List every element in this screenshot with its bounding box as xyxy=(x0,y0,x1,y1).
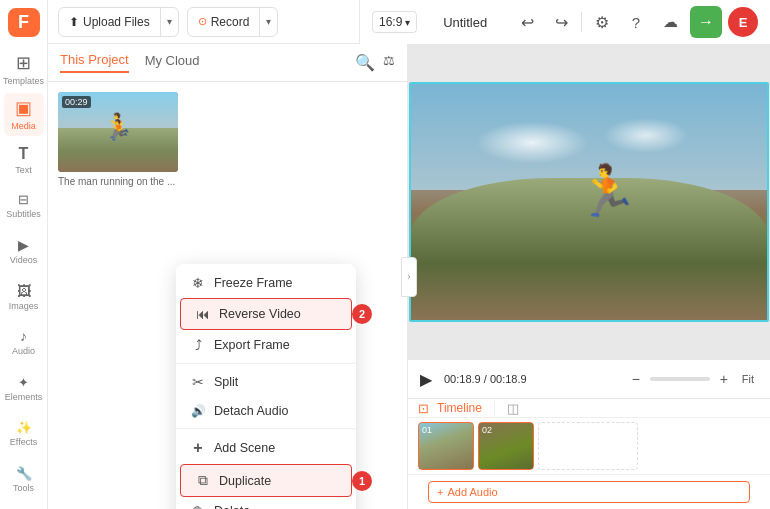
tab-actions: 🔍 ⚖ xyxy=(355,53,395,72)
add-audio-button[interactable]: + Add Audio xyxy=(428,481,750,503)
duplicate-label: Duplicate xyxy=(219,474,271,488)
subtitles-icon: ⊟ xyxy=(18,192,29,207)
left-panel: This Project My Cloud 🔍 ⚖ 🏃 xyxy=(48,44,408,509)
sidebar-label-tools: Tools xyxy=(13,483,34,493)
zoom-out-button[interactable]: − xyxy=(626,369,646,389)
freeze-frame-label: Freeze Frame xyxy=(214,276,293,290)
clip-2-label: 02 xyxy=(482,425,492,435)
upload-dropdown-arrow[interactable]: ▾ xyxy=(161,8,178,36)
sidebar-item-audio[interactable]: ♪ Audio xyxy=(4,321,44,365)
freeze-frame-wrap: ❄ Freeze Frame xyxy=(176,268,356,298)
play-button[interactable]: ▶ xyxy=(420,370,432,389)
sidebar-item-elements[interactable]: ✦ Elements xyxy=(4,366,44,410)
sidebar-item-media[interactable]: ▣ Media xyxy=(4,93,44,137)
app-logo: F xyxy=(8,8,40,37)
reverse-video-wrap: ⏮ Reverse Video 2 xyxy=(176,298,356,330)
export-frame-item[interactable]: ⤴ Export Frame xyxy=(176,330,356,360)
add-audio-label: Add Audio xyxy=(447,486,497,498)
detach-audio-item[interactable]: 🔊 Detach Audio xyxy=(176,397,356,425)
aspect-ratio-chevron: ▾ xyxy=(405,17,410,28)
help-button[interactable]: ? xyxy=(622,8,650,36)
media-item-running[interactable]: 🏃 00:29 The man running on the ... xyxy=(58,92,178,187)
right-panel: 🏃 ▶ 00:18.9 / 00:18.9 − + Fit xyxy=(408,44,770,509)
timeline-icon: ⊡ xyxy=(418,401,429,416)
sidebar-label-templates: Templates xyxy=(3,76,44,86)
fit-button[interactable]: Fit xyxy=(738,371,758,387)
media-thumbnail: 🏃 00:29 xyxy=(58,92,178,172)
running-person-thumb: 🏃 xyxy=(106,118,131,142)
freeze-frame-item[interactable]: ❄ Freeze Frame xyxy=(176,268,356,298)
tools-icon: 🔧 xyxy=(16,466,32,481)
timeline-toolbar: 01 02 xyxy=(408,418,770,475)
panel-collapse-handle[interactable]: › xyxy=(401,257,417,297)
sidebar-item-videos[interactable]: ▶ Videos xyxy=(4,229,44,273)
divider-2 xyxy=(176,428,356,429)
timeline-track-area: 01 02 xyxy=(418,422,638,470)
text-icon: T xyxy=(19,145,29,163)
zoom-slider[interactable] xyxy=(650,377,710,381)
search-icon[interactable]: 🔍 xyxy=(355,53,375,72)
record-button-main[interactable]: ⊙ Record xyxy=(188,8,261,36)
clip-1-label: 01 xyxy=(422,425,432,435)
cloud-button[interactable]: ☁ xyxy=(656,8,684,36)
sidebar-item-subtitles[interactable]: ⊟ Subtitles xyxy=(4,184,44,228)
current-time: 00:18.9 xyxy=(444,373,481,385)
reverse-video-label: Reverse Video xyxy=(219,307,301,321)
upload-files-button[interactable]: ⬆ Upload Files ▾ xyxy=(58,7,179,37)
timeline-clip-1[interactable]: 01 xyxy=(418,422,474,470)
timeline-label: Timeline xyxy=(437,401,482,415)
avatar-letter: E xyxy=(739,15,748,30)
zoom-in-button[interactable]: + xyxy=(714,369,734,389)
export-button[interactable]: → xyxy=(690,6,722,38)
record-label: Record xyxy=(211,15,250,29)
sidebar-label-text: Text xyxy=(15,165,32,175)
detach-audio-label: Detach Audio xyxy=(214,404,288,418)
sidebar-item-images[interactable]: 🖼 Images xyxy=(4,275,44,319)
timeline-area: ⊡ Timeline ◫ 01 02 xyxy=(408,399,770,509)
split-wrap: ✂ Split xyxy=(176,367,356,397)
images-icon: 🖼 xyxy=(17,283,31,299)
sidebar-item-effects[interactable]: ✨ Effects xyxy=(4,412,44,456)
split-icon: ✂ xyxy=(190,374,206,390)
duplicate-wrap: ⧉ Duplicate 1 xyxy=(176,464,356,497)
user-avatar-button[interactable]: E xyxy=(728,7,758,37)
duplicate-icon: ⧉ xyxy=(195,472,211,489)
upload-button-main[interactable]: ⬆ Upload Files xyxy=(59,8,161,36)
export-frame-wrap: ⤴ Export Frame xyxy=(176,330,356,360)
record-dropdown-arrow[interactable]: ▾ xyxy=(260,8,277,36)
sidebar-item-tools[interactable]: 🔧 Tools xyxy=(4,457,44,501)
split-item[interactable]: ✂ Split xyxy=(176,367,356,397)
undo-button[interactable]: ↩ xyxy=(513,8,541,36)
timeline-clip-2[interactable]: 02 xyxy=(478,422,534,470)
record-button[interactable]: ⊙ Record ▾ xyxy=(187,7,279,37)
add-scene-icon: + xyxy=(190,439,206,457)
upload-icon: ⬆ xyxy=(69,15,79,29)
export-frame-icon: ⤴ xyxy=(190,337,206,353)
tab-my-cloud[interactable]: My Cloud xyxy=(145,53,200,72)
media-duration-badge: 00:29 xyxy=(62,96,91,108)
sidebar-item-text[interactable]: T Text xyxy=(4,138,44,182)
aspect-ratio-button[interactable]: 16:9 ▾ xyxy=(372,11,417,33)
reverse-video-item[interactable]: ⏮ Reverse Video xyxy=(180,298,352,330)
duplicate-item[interactable]: ⧉ Duplicate xyxy=(180,464,352,497)
aspect-ratio-label: 16:9 xyxy=(379,15,402,29)
delete-icon: 🗑 xyxy=(190,504,206,509)
sidebar-item-templates[interactable]: ⊞ Templates xyxy=(4,47,44,91)
total-time: 00:18.9 xyxy=(490,373,527,385)
filter-icon[interactable]: ⚖ xyxy=(383,53,395,72)
redo-button[interactable]: ↪ xyxy=(547,8,575,36)
play-icon: ▶ xyxy=(420,370,432,389)
videos-icon: ▶ xyxy=(18,237,29,253)
running-person-canvas: 🏃 xyxy=(576,162,638,220)
settings-button[interactable]: ⚙ xyxy=(588,8,616,36)
detach-audio-wrap: 🔊 Detach Audio xyxy=(176,397,356,425)
sidebar-label-images: Images xyxy=(9,301,39,311)
add-scene-item[interactable]: + Add Scene xyxy=(176,432,356,464)
media-tabs: This Project My Cloud 🔍 ⚖ xyxy=(48,44,407,82)
separator-1 xyxy=(581,12,582,32)
tab-this-project[interactable]: This Project xyxy=(60,52,129,73)
separator-timeline xyxy=(494,400,495,416)
sidebar-label-videos: Videos xyxy=(10,255,37,265)
project-title[interactable]: Untitled xyxy=(425,15,505,30)
delete-item[interactable]: 🗑 Delete xyxy=(176,497,356,509)
